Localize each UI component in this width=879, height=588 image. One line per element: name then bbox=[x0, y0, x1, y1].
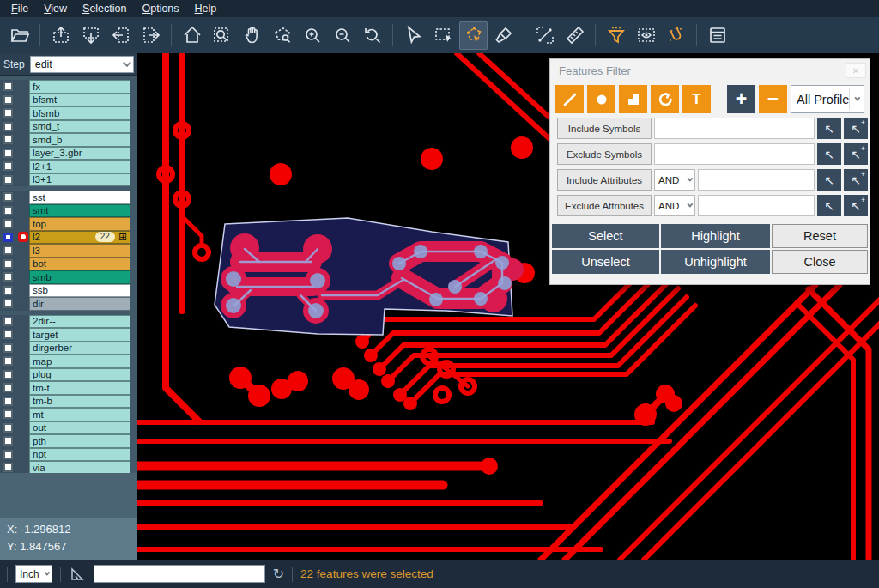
layer-row[interactable]: layer_3.gbr ⊞ bbox=[0, 147, 137, 161]
layer-name-bar[interactable]: pth ⊞ bbox=[29, 434, 130, 448]
home-view-button[interactable] bbox=[178, 21, 206, 50]
filter-arc-button[interactable] bbox=[651, 85, 679, 113]
layer-row[interactable]: out ⊞ bbox=[0, 421, 137, 435]
layer-name-bar[interactable]: l2+1 ⊞ bbox=[29, 160, 130, 173]
layer-visibility-cell[interactable] bbox=[0, 395, 16, 409]
view-options-button[interactable] bbox=[632, 21, 660, 50]
layer-visibility-checkbox[interactable] bbox=[3, 95, 13, 105]
refresh-icon[interactable]: ↻ bbox=[273, 567, 284, 581]
select-rectangle-button[interactable] bbox=[429, 21, 458, 50]
layer-visibility-checkbox[interactable] bbox=[3, 423, 13, 433]
filter-line-button[interactable] bbox=[555, 85, 584, 113]
layer-name-bar[interactable]: top ⊞ bbox=[29, 217, 130, 231]
zoom-previous-button[interactable] bbox=[358, 21, 386, 50]
send-up-button[interactable] bbox=[46, 21, 75, 50]
select-button[interactable]: Select bbox=[552, 224, 659, 248]
layer-visibility-checkbox[interactable] bbox=[3, 233, 13, 242]
layer-visibility-checkbox[interactable] bbox=[3, 272, 13, 282]
unhighlight-button[interactable]: Unhighlight bbox=[661, 250, 770, 274]
layer-row[interactable]: bot ⊞ bbox=[0, 258, 137, 271]
features-filter-button[interactable] bbox=[602, 21, 630, 50]
layer-row[interactable]: map ⊞ bbox=[0, 355, 137, 368]
layer-visibility-checkbox[interactable] bbox=[3, 246, 13, 255]
filter-row-label-button[interactable]: Include Symbols bbox=[557, 118, 652, 139]
open-file-button[interactable] bbox=[5, 21, 33, 50]
layer-visibility-cell[interactable] bbox=[0, 368, 16, 382]
menu-item[interactable]: Selection bbox=[75, 1, 134, 16]
layer-name-bar[interactable]: bfsmb ⊞ bbox=[29, 106, 130, 120]
layer-name-bar[interactable]: fx ⊞ bbox=[29, 80, 130, 94]
filter-pad-button[interactable] bbox=[587, 85, 615, 113]
layer-name-bar[interactable]: ssb ⊞ bbox=[29, 284, 130, 298]
layer-row[interactable]: l3+1 ⊞ bbox=[0, 173, 137, 187]
layer-visibility-checkbox[interactable] bbox=[3, 175, 13, 185]
layer-row[interactable]: target ⊞ bbox=[0, 328, 137, 342]
filter-row-label-button[interactable]: Include Attributes bbox=[557, 169, 652, 191]
layer-name-bar[interactable]: 2dir-- ⊞ bbox=[29, 315, 130, 329]
pick-add-from-screen-button[interactable]: ↖ + bbox=[844, 195, 868, 216]
layer-row[interactable]: smd_t ⊞ bbox=[0, 120, 137, 134]
layer-visibility-checkbox[interactable] bbox=[3, 356, 13, 366]
send-right-button[interactable] bbox=[136, 21, 165, 50]
layer-visibility-cell[interactable] bbox=[0, 381, 16, 395]
layer-row[interactable]: mt ⊞ bbox=[0, 408, 137, 421]
layer-row[interactable]: pth ⊞ bbox=[0, 434, 137, 448]
layer-name-bar[interactable]: tm-t ⊞ bbox=[29, 381, 130, 395]
zoom-in-button[interactable] bbox=[298, 21, 326, 50]
zoom-out-button[interactable] bbox=[328, 21, 356, 50]
unselect-button[interactable]: Unselect bbox=[552, 250, 659, 274]
layer-name-bar[interactable]: smd_t ⊞ bbox=[29, 120, 130, 134]
filter-text-button[interactable]: T bbox=[682, 85, 711, 113]
layer-visibility-checkbox[interactable] bbox=[3, 82, 13, 91]
filter-value-input[interactable] bbox=[654, 118, 815, 139]
layer-row[interactable]: 2dir-- ⊞ bbox=[0, 315, 137, 329]
layer-visibility-checkbox[interactable] bbox=[3, 463, 13, 472]
filter-value-input[interactable] bbox=[698, 195, 815, 216]
layer-visibility-checkbox[interactable] bbox=[3, 286, 13, 295]
layer-visibility-cell[interactable] bbox=[0, 355, 16, 368]
layer-row[interactable]: l2 22 ⊞ bbox=[0, 231, 137, 245]
layer-visibility-cell[interactable] bbox=[0, 191, 16, 204]
layer-visibility-cell[interactable] bbox=[0, 270, 16, 284]
layer-visibility-cell[interactable] bbox=[0, 133, 16, 147]
layer-visibility-cell[interactable] bbox=[0, 173, 16, 187]
layer-visibility-checkbox[interactable] bbox=[3, 330, 13, 339]
layer-visibility-cell[interactable] bbox=[0, 94, 16, 107]
layer-visibility-cell[interactable] bbox=[0, 80, 16, 94]
highlight-button[interactable]: Highlight bbox=[661, 224, 770, 248]
unit-select[interactable]: Inch bbox=[15, 565, 52, 583]
layer-row[interactable]: tm-t ⊞ bbox=[0, 381, 137, 395]
snap-magnet-button[interactable] bbox=[662, 21, 690, 50]
layer-row[interactable]: l2+1 ⊞ bbox=[0, 160, 137, 173]
layer-row[interactable]: top ⊞ bbox=[0, 217, 137, 231]
layer-visibility-cell[interactable] bbox=[0, 106, 16, 120]
measure-ruler-button[interactable] bbox=[561, 21, 589, 50]
layer-visibility-cell[interactable] bbox=[0, 160, 16, 173]
layer-name-bar[interactable]: smb ⊞ bbox=[29, 270, 130, 284]
pick-from-screen-button[interactable]: ↖ bbox=[817, 118, 841, 139]
layer-visibility-cell[interactable] bbox=[0, 120, 16, 134]
layer-name-bar[interactable]: l2 22 ⊞ bbox=[29, 231, 130, 245]
measure-distance-button[interactable] bbox=[530, 21, 559, 50]
layer-visibility-cell[interactable] bbox=[0, 421, 16, 435]
filter-value-input[interactable] bbox=[654, 143, 815, 165]
dialog-close-button[interactable]: ✕ bbox=[846, 63, 866, 78]
layer-name-bar[interactable]: mt ⊞ bbox=[29, 408, 130, 421]
layer-visibility-cell[interactable] bbox=[0, 284, 16, 298]
layer-name-bar[interactable]: npt ⊞ bbox=[29, 448, 130, 462]
layer-visibility-cell[interactable] bbox=[0, 315, 16, 329]
layer-visibility-cell[interactable] bbox=[0, 258, 16, 271]
layer-row[interactable]: sst ⊞ bbox=[0, 191, 137, 204]
close-button[interactable]: Close bbox=[772, 250, 868, 274]
menu-item[interactable]: View bbox=[36, 1, 75, 16]
select-polygon-button[interactable] bbox=[459, 21, 488, 50]
layer-list-panel-button[interactable] bbox=[703, 21, 731, 50]
filter-row-label-button[interactable]: Exclude Symbols bbox=[557, 143, 652, 165]
layer-row[interactable]: smt ⊞ bbox=[0, 204, 137, 218]
layer-visibility-checkbox[interactable] bbox=[3, 436, 13, 446]
layer-visibility-checkbox[interactable] bbox=[3, 149, 13, 158]
layer-row[interactable]: bfsmb ⊞ bbox=[0, 106, 137, 120]
layer-name-bar[interactable]: l3+1 ⊞ bbox=[29, 173, 130, 187]
layer-visibility-checkbox[interactable] bbox=[3, 192, 13, 202]
layer-row[interactable]: l3 ⊞ bbox=[0, 244, 137, 258]
